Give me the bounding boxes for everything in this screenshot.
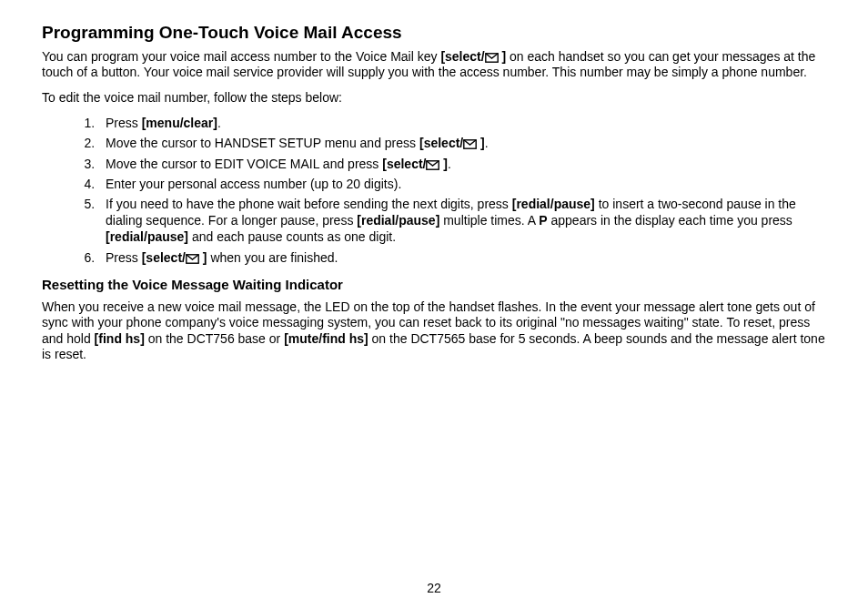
steps-list: Press [menu/clear]. Move the cursor to H… bbox=[42, 115, 826, 266]
step-text: . bbox=[485, 136, 489, 150]
select-close: ] bbox=[439, 157, 448, 171]
page-title: Programming One-Touch Voice Mail Access bbox=[42, 22, 826, 44]
select-key-label: [select/ ] bbox=[382, 157, 448, 171]
step-text: appears in the display each time you pre… bbox=[548, 213, 792, 228]
step-text: . bbox=[217, 116, 221, 130]
select-key-label: [select/ ] bbox=[440, 49, 506, 64]
envelope-icon bbox=[426, 160, 439, 170]
step-text: Enter your personal access number (up to… bbox=[106, 177, 401, 191]
select-open: [select/ bbox=[419, 136, 463, 150]
step-text: multiple times. A bbox=[439, 213, 539, 228]
select-close: ] bbox=[477, 136, 485, 150]
list-item: Move the cursor to EDIT VOICE MAIL and p… bbox=[98, 156, 826, 172]
document-page: Programming One-Touch Voice Mail Access … bbox=[0, 0, 868, 608]
step-text: when you are finished. bbox=[207, 250, 338, 265]
section-subhead: Resetting the Voice Message Waiting Indi… bbox=[42, 277, 826, 294]
select-close: ] bbox=[199, 250, 207, 265]
edit-intro: To edit the voice mail number, follow th… bbox=[42, 90, 826, 106]
page-number: 22 bbox=[0, 581, 868, 595]
intro-paragraph: You can program your voice mail access n… bbox=[42, 49, 826, 81]
menu-clear-label: [menu/clear] bbox=[142, 116, 217, 130]
step-text: Press bbox=[106, 116, 142, 130]
redial-pause-label: [redial/pause] bbox=[357, 213, 439, 228]
envelope-icon bbox=[463, 139, 477, 149]
reset-text-2: on the DCT756 base or bbox=[145, 331, 284, 346]
mute-find-hs-label: [mute/find hs] bbox=[284, 331, 368, 346]
select-open: [select/ bbox=[382, 157, 426, 171]
intro-text-1: You can program your voice mail access n… bbox=[42, 49, 440, 64]
select-open: [select/ bbox=[440, 49, 484, 64]
select-open: [select/ bbox=[142, 250, 186, 265]
find-hs-label: [find hs] bbox=[95, 331, 145, 346]
step-text: Move the cursor to HANDSET SETUP menu an… bbox=[106, 136, 419, 150]
redial-pause-label: [redial/pause] bbox=[106, 229, 188, 244]
select-close: ] bbox=[499, 49, 507, 64]
list-item: Move the cursor to HANDSET SETUP menu an… bbox=[98, 135, 826, 151]
envelope-icon bbox=[186, 254, 199, 264]
step-text: and each pause counts as one digit. bbox=[188, 229, 396, 244]
step-text: . bbox=[448, 157, 451, 171]
list-item: Press [menu/clear]. bbox=[98, 115, 826, 131]
select-key-label: [select/ ] bbox=[142, 250, 207, 265]
list-item: If you need to have the phone wait befor… bbox=[98, 196, 826, 246]
list-item: Enter your personal access number (up to… bbox=[98, 176, 826, 192]
step-text: Press bbox=[106, 250, 142, 265]
redial-pause-label: [redial/pause] bbox=[512, 197, 595, 211]
select-key-label: [select/ ] bbox=[419, 136, 485, 150]
envelope-icon bbox=[485, 53, 499, 63]
step-text: If you need to have the phone wait befor… bbox=[106, 197, 512, 211]
step-text: Move the cursor to EDIT VOICE MAIL and p… bbox=[106, 157, 382, 171]
list-item: Press [select/ ] when you are finished. bbox=[98, 249, 826, 266]
reset-paragraph: When you receive a new voice mail messag… bbox=[42, 299, 826, 363]
p-indicator: P bbox=[539, 213, 547, 228]
